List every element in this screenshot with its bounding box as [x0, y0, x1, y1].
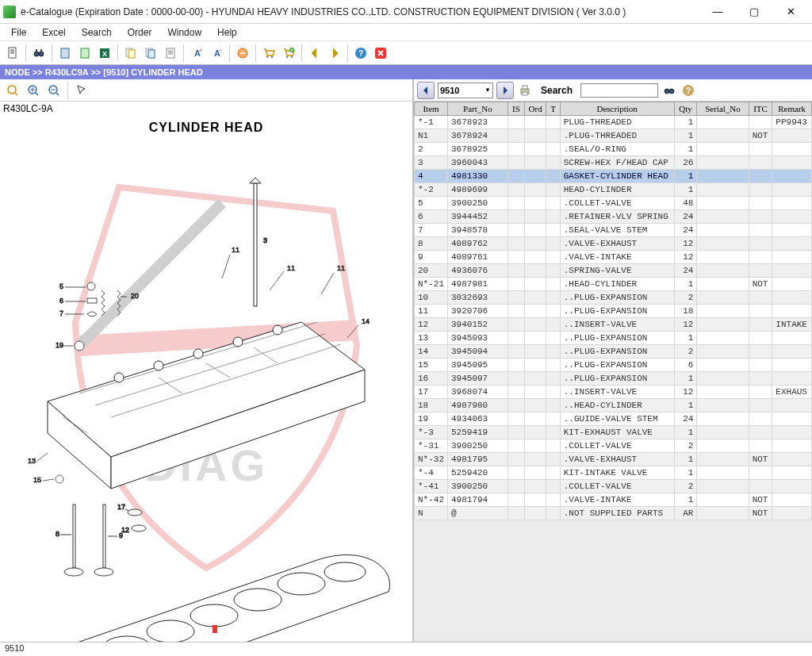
svg-point-34 [114, 373, 124, 382]
table-row[interactable]: 73948578.SEAL-VALVE STEM24 [415, 224, 812, 237]
menu-window[interactable]: Window [159, 25, 209, 40]
table-row[interactable]: 23678925.SEAL/O-RING1 [415, 143, 812, 156]
table-row[interactable]: N13678924.PLUG-THREADED1NOT [415, 129, 812, 143]
col-desc[interactable]: Description [560, 102, 674, 116]
table-row[interactable]: 133945093..PLUG-EXPANSION1 [415, 332, 812, 345]
table-row[interactable]: *-13678923PLUG-THREADED1PP9943 [415, 116, 812, 129]
menu-excel[interactable]: Excel [34, 25, 73, 40]
col-rem[interactable]: Remark [772, 102, 812, 116]
next-button[interactable] [496, 82, 514, 99]
svg-text:?: ? [686, 86, 691, 95]
col-t[interactable]: T [546, 102, 560, 116]
close-red-icon[interactable] [371, 44, 390, 63]
font-plus-icon[interactable]: A+ [187, 44, 206, 63]
table-row[interactable]: 53900250.COLLET-VALVE48 [415, 197, 812, 210]
doc-icon[interactable] [3, 44, 22, 63]
table-row[interactable]: N@.NOT SUPPLIED PARTSARNOT [415, 507, 812, 520]
table-row[interactable]: 163945097..PLUG-EXPANSION1 [415, 372, 812, 386]
svg-text:11: 11 [287, 264, 295, 272]
svg-text:+: + [199, 48, 202, 53]
doc-stack-icon[interactable] [161, 44, 180, 63]
search-help-icon[interactable]: ? [680, 82, 696, 98]
back-arrow-icon[interactable] [305, 44, 324, 63]
prev-button[interactable] [417, 82, 435, 99]
code-dropdown[interactable]: 9510 [438, 82, 493, 98]
table-row[interactable]: 113920706..PLUG-EXPANSION18 [415, 305, 812, 318]
table-row[interactable]: *-35259419KIT-EXHAUST VALVE1 [415, 426, 812, 439]
table-row[interactable]: 84089762.VALVE-EXHAUST12 [415, 237, 812, 251]
maximize-button[interactable]: ▢ [736, 0, 772, 24]
table-row[interactable]: 44981330GASKET-CYLINDER HEAD1 [415, 170, 812, 183]
search-input[interactable] [580, 83, 658, 98]
table-row[interactable]: *-413900250.COLLET-VALVE2 [415, 480, 812, 493]
app-icon [3, 6, 16, 18]
menu-help[interactable]: Help [209, 25, 245, 40]
col-qty[interactable]: Qty [674, 102, 697, 116]
table-row[interactable]: 194934063..GUIDE-VALVE STEM24 [415, 412, 812, 426]
zoom-out-icon[interactable] [44, 81, 63, 100]
menu-file[interactable]: File [3, 25, 34, 40]
cart-icon[interactable] [259, 44, 278, 63]
col-ord[interactable]: Ord [524, 102, 546, 116]
cart-add-icon[interactable] [279, 44, 298, 63]
zoom-in-icon[interactable] [24, 81, 43, 100]
svg-text:13: 13 [28, 457, 36, 465]
svg-rect-63 [73, 504, 75, 568]
col-item[interactable]: Item [415, 102, 448, 116]
search-label: Search [536, 85, 577, 96]
svg-rect-10 [128, 50, 135, 58]
svg-point-82 [147, 620, 194, 642]
svg-point-19 [266, 56, 268, 58]
cursor-icon[interactable] [72, 81, 91, 100]
svg-rect-4 [40, 49, 42, 52]
svg-text:11: 11 [232, 246, 239, 254]
font-minus-icon[interactable]: A− [207, 44, 226, 63]
print-icon[interactable] [517, 82, 533, 98]
table-row[interactable]: 143945094..PLUG-EXPANSION2 [415, 345, 812, 359]
doc-copy-icon[interactable] [141, 44, 160, 63]
svg-point-38 [273, 325, 282, 335]
table-row[interactable]: *-313900250.COLLET-VALVE2 [415, 439, 812, 453]
table-row[interactable]: N*-214987981.HEAD-CYLINDER1NOT [415, 278, 812, 291]
table-row[interactable]: *-45259420KIT-INTAKE VALVE1 [415, 466, 812, 480]
page-blue-icon[interactable] [56, 44, 75, 63]
search-bar: 9510 Search ? [414, 79, 812, 102]
minus-circle-icon[interactable] [233, 44, 252, 63]
svg-line-56 [270, 271, 284, 290]
close-button[interactable]: ✕ [772, 0, 809, 24]
col-is[interactable]: IS [508, 102, 524, 116]
svg-rect-13 [167, 48, 174, 58]
search-binoculars-icon[interactable] [661, 82, 677, 98]
svg-rect-89 [523, 86, 527, 89]
excel-icon[interactable]: X [95, 44, 114, 63]
table-row[interactable]: N*-424981794.VALVE-INTAKE1NOT [415, 493, 812, 507]
binoculars-icon[interactable] [29, 44, 48, 63]
col-serial[interactable]: Serial_No [697, 102, 749, 116]
minimize-button[interactable]: — [699, 0, 736, 24]
table-row[interactable]: 204936076.SPRING-VALVE24 [415, 264, 812, 278]
help-icon[interactable]: ? [351, 44, 370, 63]
col-itc[interactable]: ITC [749, 102, 772, 116]
svg-text:14: 14 [362, 317, 370, 325]
table-row[interactable]: 33960043SCREW-HEX F/HEAD CAP26 [415, 156, 812, 170]
table-row[interactable]: *-24989699HEAD-CYLINDER1 [415, 183, 812, 197]
table-row[interactable]: 184987980..HEAD-CYLINDER1 [415, 399, 812, 412]
parts-table-wrap[interactable]: ItemPart_NoISOrdTDescriptionQtySerial_No… [414, 102, 812, 642]
page-green-icon[interactable] [75, 44, 94, 63]
table-row[interactable]: 63944452.RETAINER-VLV SPRING24 [415, 210, 812, 224]
table-row[interactable]: 173968074..INSERT-VALVE12EXHAUS [415, 386, 812, 399]
diagram-toolbar [0, 79, 412, 102]
table-row[interactable]: 153945095..PLUG-EXPANSION6 [415, 359, 812, 372]
zoom-tool-icon[interactable] [3, 81, 22, 100]
menu-search[interactable]: Search [74, 25, 120, 40]
col-part[interactable]: Part_No [448, 102, 508, 116]
table-row[interactable]: 123940152..INSERT-VALVE12INTAKE [415, 318, 812, 332]
diagram-area[interactable]: CYLINDER HEAD DIAG [0, 116, 412, 642]
copy-icon[interactable] [121, 44, 140, 63]
menu-order[interactable]: Order [120, 25, 160, 40]
table-row[interactable]: 103032693..PLUG-EXPANSION2 [415, 291, 812, 305]
forward-arrow-icon[interactable] [325, 44, 344, 63]
table-row[interactable]: N*-324981795.VALVE-EXHAUST1NOT [415, 453, 812, 466]
table-row[interactable]: 94089761.VALVE-INTAKE12 [415, 251, 812, 264]
svg-line-58 [321, 273, 334, 294]
